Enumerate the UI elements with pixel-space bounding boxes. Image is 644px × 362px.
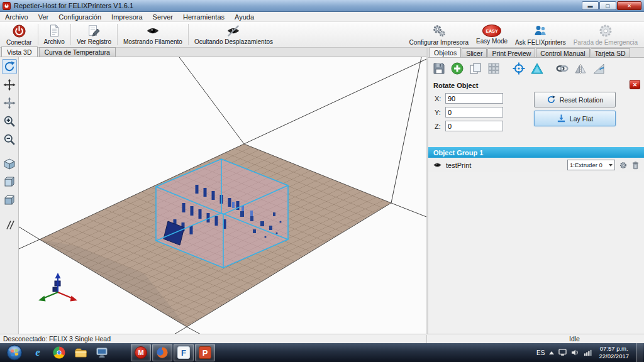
zoom-out-button[interactable]	[2, 132, 17, 147]
autoposition-button[interactable]	[486, 60, 502, 77]
center-object-button[interactable]	[511, 60, 527, 77]
tab-objetos[interactable]: Objetos	[430, 47, 461, 57]
folder-icon	[74, 348, 87, 358]
hide-travel-button[interactable]: Ocultando Desplazamientos	[191, 23, 277, 47]
save-button[interactable]	[431, 60, 447, 77]
rotate-view-button[interactable]	[2, 59, 17, 74]
network-icon[interactable]	[584, 349, 592, 356]
taskbar-clock[interactable]: 07:57 p.m. 22/02/2017	[596, 345, 631, 360]
close-button[interactable]: ✕	[617, 1, 641, 10]
menu-impresora[interactable]: Impresora	[106, 13, 148, 21]
rotate-x-label: X:	[435, 95, 442, 102]
object-row[interactable]: testPrint 1:Extruder 0	[428, 158, 644, 172]
emergency-stop-label: Parada de Emergencia	[574, 39, 638, 46]
taskbar-icon-felix[interactable]: F	[174, 344, 194, 361]
rotate-y-label: Y:	[435, 109, 442, 116]
tab-tarjeta-sd[interactable]: Tarjeta SD	[591, 48, 630, 57]
menu-archivo[interactable]: Archivo	[0, 13, 33, 21]
pan-view-icon	[3, 79, 16, 91]
extruder-dropdown[interactable]: 1:Extruder 0	[567, 160, 615, 170]
lay-flat-button[interactable]: Lay Flat	[534, 111, 616, 126]
titlebar[interactable]: Repetier-Host for FELIXPrinters V1.6.1 ▬…	[0, 0, 644, 12]
mirror-object-button[interactable]	[572, 60, 589, 77]
toolbar-separator	[70, 24, 71, 45]
tab-control-manual[interactable]: Control Manual	[536, 48, 589, 57]
volume-icon[interactable]	[571, 349, 579, 356]
parallel-projection-icon	[3, 219, 16, 231]
menu-ayuda[interactable]: Ayuda	[230, 13, 259, 21]
rotate-x-input[interactable]	[445, 93, 503, 104]
rotate-panel-title: Rotate Object	[428, 82, 479, 89]
taskbar-icon-firefox[interactable]	[152, 344, 172, 361]
tray-monitor-icon[interactable]	[558, 349, 567, 356]
toggle-log-button[interactable]: Ver Registro	[73, 23, 115, 47]
taskbar-icon-folder[interactable]	[70, 344, 91, 361]
ask-felixprinters-button[interactable]: Ask FELIXprinters	[511, 23, 570, 47]
object-settings-icon[interactable]	[619, 161, 628, 170]
center-object-icon	[512, 62, 526, 75]
toolbar-separator	[38, 24, 38, 45]
copy-object-button[interactable]	[467, 60, 484, 77]
taskbar-icon-ie[interactable]: e	[28, 344, 48, 361]
menu-configuracion[interactable]: Configuración	[53, 13, 106, 21]
viewport-3d[interactable]	[19, 57, 426, 334]
object-group-header[interactable]: Object Group 1	[428, 147, 644, 158]
taskbar-icon-powerpoint[interactable]: P	[195, 344, 215, 361]
delete-object-icon[interactable]	[631, 161, 640, 170]
tab-vista-3d[interactable]: Vista 3D	[1, 47, 38, 57]
iso-view-button[interactable]	[2, 156, 17, 172]
menubar: Archivo Ver Configuración Impresora Serv…	[0, 12, 644, 22]
pan-view-button[interactable]	[2, 77, 17, 92]
taskbar-icon-makerbot[interactable]: M	[131, 344, 151, 361]
tab-curva-temperatura[interactable]: Curva de Temperatura	[39, 47, 116, 57]
reset-rotation-label: Reset Rotation	[560, 96, 603, 104]
toolbar-separator	[117, 24, 118, 45]
reset-rotation-icon	[547, 95, 556, 104]
menu-ver[interactable]: Ver	[33, 13, 54, 21]
rotate-z-row: Z:	[435, 121, 503, 131]
dropdown-caret-icon	[609, 164, 613, 167]
top-view-button[interactable]	[2, 193, 17, 208]
reset-rotation-button[interactable]: Reset Rotation	[534, 92, 616, 107]
printer-settings-button[interactable]: Configurar Impresora	[406, 23, 472, 47]
connect-label: Conectar	[6, 39, 32, 46]
start-button[interactable]	[3, 344, 26, 361]
menu-server[interactable]: Server	[148, 13, 178, 21]
lay-flat-icon	[557, 114, 566, 123]
language-indicator[interactable]: ES	[536, 349, 545, 356]
close-rotate-panel-button[interactable]: ✕	[630, 80, 640, 89]
move-object-button[interactable]	[2, 96, 17, 111]
tab-print-preview[interactable]: Print Preview	[487, 48, 535, 57]
taskbar: e M F P ES 07:57 p.m. 22/02/2017	[0, 343, 644, 362]
add-object-button[interactable]	[449, 60, 465, 77]
scale-object-button[interactable]	[529, 60, 545, 77]
easy-mode-button[interactable]: EASY Easy Mode	[472, 23, 511, 47]
hide-travel-label: Ocultando Desplazamientos	[194, 38, 273, 45]
tab-slicer[interactable]: Slicer	[462, 48, 487, 57]
show-filament-button[interactable]: Mostrando Filamento	[119, 23, 186, 47]
rotate-z-input[interactable]	[445, 121, 503, 131]
chrome-icon	[53, 346, 65, 359]
parallel-projection-button[interactable]	[2, 217, 17, 233]
taskbar-icon-media[interactable]	[92, 344, 112, 361]
connect-button[interactable]: Conectar	[3, 23, 36, 47]
load-file-button[interactable]: Archivo	[40, 23, 69, 47]
object-visibility-icon[interactable]	[433, 162, 442, 168]
zoom-out-icon	[3, 133, 16, 146]
object-name: testPrint	[446, 162, 471, 169]
maximize-button[interactable]: ▢	[599, 1, 616, 10]
taskbar-icon-chrome[interactable]	[49, 344, 69, 361]
group-objects-button[interactable]	[554, 60, 570, 77]
zoom-in-button[interactable]	[2, 114, 17, 129]
emergency-icon	[598, 23, 613, 38]
minimize-button[interactable]: ▬	[582, 1, 599, 10]
log-pencil-icon	[87, 24, 101, 38]
object-analysis-button[interactable]	[591, 60, 607, 77]
hidden-icons-arrow[interactable]	[549, 351, 554, 354]
front-view-button[interactable]	[2, 175, 17, 190]
show-filament-label: Mostrando Filamento	[123, 38, 182, 45]
show-desktop-button[interactable]	[636, 343, 643, 362]
rotate-y-input[interactable]	[445, 107, 503, 118]
eye-slash-icon	[226, 24, 240, 38]
menu-herramientas[interactable]: Herramientas	[178, 13, 230, 21]
